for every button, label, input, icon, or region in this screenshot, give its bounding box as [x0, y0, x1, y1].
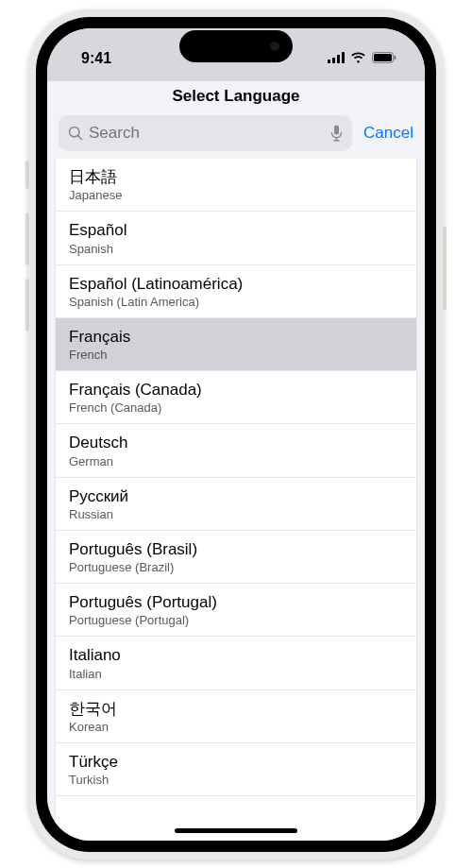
language-row[interactable]: FrançaisFrench — [56, 318, 416, 371]
language-native-label: Deutsch — [69, 433, 403, 452]
language-english-label: French (Canada) — [69, 400, 403, 415]
power-button — [443, 227, 447, 310]
dynamic-island — [179, 30, 293, 62]
language-english-label: Italian — [69, 667, 403, 681]
language-row[interactable]: Français (Canada)French (Canada) — [56, 371, 416, 424]
svg-rect-5 — [374, 54, 392, 61]
status-indicators — [328, 50, 396, 67]
search-icon — [68, 126, 83, 141]
svg-rect-3 — [342, 52, 345, 63]
language-native-label: Français (Canada) — [69, 380, 403, 400]
language-english-label: Turkish — [69, 773, 403, 787]
search-input[interactable] — [89, 124, 325, 143]
language-english-label: Russian — [69, 507, 403, 521]
volume-down-button — [25, 279, 29, 332]
wifi-icon — [350, 50, 366, 67]
language-native-label: Русский — [69, 486, 403, 506]
language-native-label: Español — [69, 220, 403, 240]
cellular-icon — [328, 50, 345, 67]
language-row[interactable]: TürkçeTurkish — [56, 743, 416, 796]
language-english-label: Portuguese (Portugal) — [69, 613, 403, 627]
status-time: 9:41 — [81, 50, 111, 67]
language-english-label: Japanese — [69, 188, 403, 202]
language-english-label: Portuguese (Brazil) — [69, 560, 403, 574]
svg-rect-6 — [395, 56, 396, 60]
language-row[interactable]: 日本語Japanese — [56, 159, 416, 212]
language-native-label: Português (Brasil) — [69, 539, 403, 559]
page-title: Select Language — [47, 81, 425, 115]
language-english-label: German — [69, 454, 403, 468]
svg-rect-1 — [332, 58, 335, 63]
home-indicator — [175, 828, 297, 833]
svg-rect-2 — [337, 55, 340, 63]
language-english-label: Spanish (Latin America) — [69, 295, 403, 309]
language-native-label: Italiano — [69, 645, 403, 665]
language-native-label: Español (Latinoamérica) — [69, 274, 403, 294]
language-native-label: 日本語 — [69, 167, 403, 187]
language-english-label: French — [69, 348, 403, 362]
battery-icon — [372, 50, 396, 67]
language-native-label: Português (Portugal) — [69, 592, 403, 612]
language-row[interactable]: Português (Brasil)Portuguese (Brazil) — [56, 531, 416, 584]
language-native-label: Français — [69, 327, 403, 347]
language-row[interactable]: ItalianoItalian — [56, 637, 416, 689]
language-native-label: Türkçe — [69, 752, 403, 772]
cancel-button[interactable]: Cancel — [363, 124, 413, 143]
svg-line-8 — [78, 136, 82, 140]
language-row[interactable]: 한국어Korean — [56, 690, 416, 743]
language-native-label: 한국어 — [69, 699, 403, 719]
search-row: Cancel — [47, 115, 425, 159]
language-row[interactable]: Português (Portugal)Portuguese (Portugal… — [56, 584, 416, 637]
search-box[interactable] — [59, 115, 352, 151]
mic-icon[interactable] — [330, 125, 343, 142]
language-row[interactable]: DeutschGerman — [56, 424, 416, 477]
volume-up-button — [25, 213, 29, 265]
language-row[interactable]: РусскийRussian — [56, 478, 416, 531]
svg-rect-0 — [328, 60, 330, 63]
screen: 9:41 Select Language — [47, 28, 425, 841]
silent-switch — [25, 161, 29, 189]
language-row[interactable]: Español (Latinoamérica)Spanish (Latin Am… — [56, 265, 416, 318]
language-row[interactable]: EspañolSpanish — [56, 212, 416, 264]
device-frame: 9:41 Select Language — [28, 9, 444, 859]
svg-rect-9 — [334, 126, 339, 135]
device-bezel: 9:41 Select Language — [36, 17, 436, 852]
language-list[interactable]: 日本語JapaneseEspañolSpanishEspañol (Latino… — [55, 159, 417, 841]
language-english-label: Korean — [69, 720, 403, 734]
language-english-label: Spanish — [69, 242, 403, 256]
